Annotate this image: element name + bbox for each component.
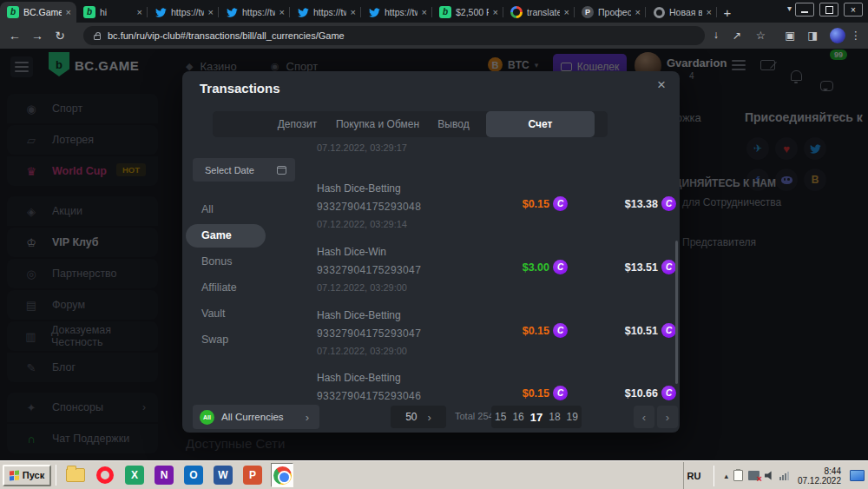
powerpoint-icon[interactable]: P xyxy=(241,464,264,486)
bcgame-favicon: b xyxy=(7,6,19,18)
forward-icon[interactable]: → xyxy=(26,29,49,43)
category-affiliate[interactable]: Affiliate xyxy=(201,276,237,300)
tab-twitter-4[interactable]: https://twi × xyxy=(361,2,432,23)
bcgame-favicon: b xyxy=(83,6,95,18)
chrome-taskbar-button[interactable] xyxy=(271,464,293,486)
reload-icon[interactable]: ↻ xyxy=(49,29,71,43)
tray-clock[interactable]: 8:44 07.12.2022 xyxy=(794,466,845,486)
tab-newtab[interactable]: Новая вк × xyxy=(646,2,717,23)
window-controls: × xyxy=(795,3,863,17)
page-18[interactable]: 18 xyxy=(549,411,560,423)
browser-tab-bar: b BC.Game × b hi × https://twi × https:/… xyxy=(0,0,868,23)
google-favicon xyxy=(510,6,523,18)
tab-withdraw[interactable]: Вывод xyxy=(417,111,490,137)
category-swap[interactable]: Swap xyxy=(201,328,228,352)
page-size-selector[interactable]: 50 › xyxy=(391,406,446,428)
address-bar[interactable]: bc.fun/ru/vip-club#/transactions/bill/al… xyxy=(83,26,705,45)
tab-close-icon[interactable]: × xyxy=(493,7,498,17)
network-error-icon[interactable] xyxy=(748,471,760,480)
twitter-favicon xyxy=(155,6,167,18)
category-all[interactable]: All xyxy=(201,198,214,221)
transaction-time: 07.12.2022, 03:29:14 xyxy=(317,219,407,229)
tab-label: https://twi xyxy=(242,7,275,17)
twitter-favicon xyxy=(226,6,238,18)
page-16[interactable]: 16 xyxy=(512,411,523,423)
tab-prize[interactable]: b $2,500 Pr × xyxy=(432,2,503,23)
chrome-favicon xyxy=(653,6,665,18)
excel-icon[interactable]: X xyxy=(123,464,146,486)
download-icon[interactable]: ↓ xyxy=(713,29,719,41)
tab-twitter-1[interactable]: https://twi × xyxy=(148,2,219,23)
page-17-current[interactable]: 17 xyxy=(530,411,542,424)
taskbar: Пуск X N O W P RU ▴ 8:44 07.12.2022 xyxy=(0,460,868,489)
tab-twitter-3[interactable]: https://twi × xyxy=(290,2,361,23)
start-button[interactable]: Пуск xyxy=(3,465,51,486)
word-icon[interactable]: W xyxy=(212,464,234,486)
outlook-icon[interactable]: O xyxy=(182,464,205,486)
transaction-time: 07.12.2022, 03:29:00 xyxy=(317,346,407,356)
browser-menu-icon[interactable]: ⋮ xyxy=(851,29,862,42)
page-15[interactable]: 15 xyxy=(495,411,506,423)
tab-close-icon[interactable]: × xyxy=(635,7,641,17)
transaction-name: Hash Dice-Betting xyxy=(317,309,401,321)
tab-buy-swap[interactable]: Покупка и Обмен xyxy=(326,111,430,137)
next-page-button[interactable]: › xyxy=(657,406,678,428)
tab-close-icon[interactable]: × xyxy=(66,7,71,17)
close-window-button[interactable]: × xyxy=(844,3,863,17)
bookmark-star-icon[interactable]: ☆ xyxy=(756,29,766,42)
tab-search-icon[interactable]: ▾ xyxy=(787,3,792,13)
share-icon[interactable]: ↗ xyxy=(733,29,741,42)
tab-professo[interactable]: P Профессо × xyxy=(575,2,646,23)
clipboard-tray-icon[interactable] xyxy=(733,470,743,481)
tab-close-icon[interactable]: × xyxy=(564,7,569,17)
browser-profile-avatar[interactable] xyxy=(830,28,845,43)
chevron-right-icon: › xyxy=(428,411,431,424)
tab-close-icon[interactable]: × xyxy=(422,7,427,17)
file-explorer-icon[interactable] xyxy=(64,464,87,486)
transaction-time: 07.12.2022, 03:29:00 xyxy=(317,282,407,293)
page-19[interactable]: 19 xyxy=(567,411,578,423)
modal-close-icon[interactable]: × xyxy=(657,76,666,94)
side-panel-icon[interactable]: ◨ xyxy=(807,29,818,42)
all-currencies-button[interactable]: All All Currencies › xyxy=(193,405,319,429)
tab-bill[interactable]: Счет xyxy=(486,111,595,137)
tab-close-icon[interactable]: × xyxy=(279,7,285,17)
opera-icon[interactable] xyxy=(94,464,116,486)
tab-twitter-2[interactable]: https://twi × xyxy=(219,2,290,23)
transaction-name: Hash Dice-Betting xyxy=(317,182,401,195)
show-desktop-icon[interactable] xyxy=(850,470,865,481)
language-indicator[interactable]: RU xyxy=(684,471,705,481)
tab-label: Профессо xyxy=(598,7,631,17)
modal-tab-strip: Депозит Покупка и Обмен Вывод Счет xyxy=(213,111,608,137)
tab-label: https://twi xyxy=(171,7,204,17)
onenote-icon[interactable]: N xyxy=(153,464,175,486)
url-text: bc.fun/ru/vip-club#/transactions/bill/al… xyxy=(108,30,345,41)
tab-label: translate xyxy=(527,7,560,17)
new-tab-button[interactable]: + xyxy=(717,2,738,23)
select-date-label: Select Date xyxy=(205,165,254,175)
tab-close-icon[interactable]: × xyxy=(137,7,142,17)
transaction-balance: $13.38 C xyxy=(538,196,676,211)
tab-translate[interactable]: translate × xyxy=(503,2,575,23)
tab-hi[interactable]: b hi × xyxy=(76,2,148,23)
tab-close-icon[interactable]: × xyxy=(351,7,356,17)
category-bonus[interactable]: Bonus xyxy=(201,250,232,274)
prev-page-button[interactable]: ‹ xyxy=(634,406,654,428)
back-icon[interactable]: ← xyxy=(3,29,26,43)
category-vault[interactable]: Vault xyxy=(201,302,226,326)
category-game[interactable]: Game xyxy=(201,224,232,248)
minimize-button[interactable] xyxy=(795,3,814,17)
signal-bars-icon[interactable] xyxy=(779,471,789,480)
select-date-button[interactable]: Select Date xyxy=(193,158,295,182)
tab-close-icon[interactable]: × xyxy=(707,7,712,17)
all-currencies-icon: All xyxy=(200,410,214,425)
tray-expand-icon[interactable]: ▴ xyxy=(724,472,728,480)
bc-coin-icon: C xyxy=(661,196,676,211)
tab-close-icon[interactable]: × xyxy=(208,7,214,17)
volume-icon[interactable] xyxy=(765,471,774,480)
extensions-icon[interactable]: ▣ xyxy=(785,29,795,42)
tab-bcgame[interactable]: b BC.Game × xyxy=(0,2,76,23)
transaction-balance: $10.51 C xyxy=(538,323,676,338)
restore-button[interactable] xyxy=(819,3,838,17)
scrollbar-thumb[interactable] xyxy=(675,241,678,384)
